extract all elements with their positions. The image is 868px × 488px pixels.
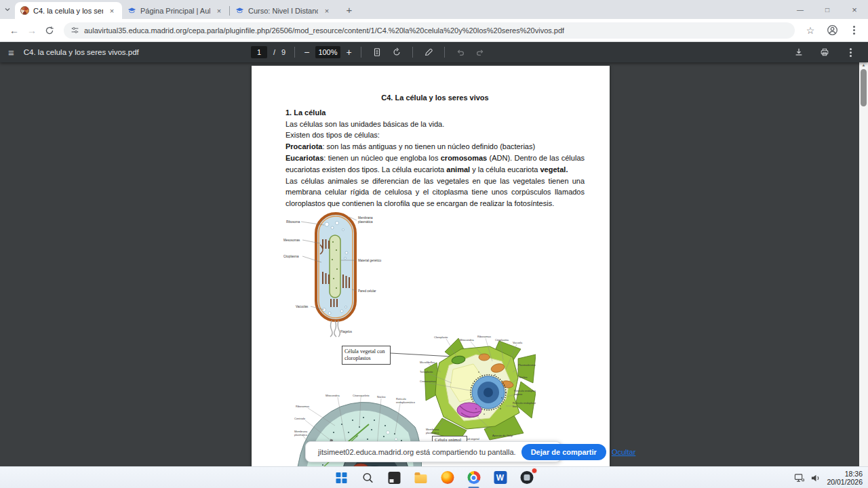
download-button[interactable] xyxy=(792,45,806,59)
graduation-cap-icon xyxy=(235,6,244,15)
taskbar-app-dark[interactable] xyxy=(386,469,403,487)
scroll-up-arrow[interactable]: ▲ xyxy=(859,63,868,67)
pdf-menu-button[interactable]: ≡ xyxy=(8,47,14,58)
firefox-button[interactable] xyxy=(439,469,456,487)
zoom-out-button[interactable]: − xyxy=(304,47,309,58)
divider xyxy=(361,47,361,58)
annotate-button[interactable] xyxy=(422,45,435,59)
tab-pdf[interactable]: C4. la celula y los seres vivos.pdf × xyxy=(15,2,122,19)
chrome-button[interactable] xyxy=(465,469,483,487)
undo-button[interactable] xyxy=(454,45,467,59)
speaker-icon[interactable] xyxy=(810,473,821,483)
paragraph: Existen dos tipos de células: xyxy=(285,129,585,141)
file-explorer-button[interactable] xyxy=(412,469,430,487)
animal-label: Ribosomas xyxy=(296,405,309,408)
plant-label: Tonoplasto xyxy=(420,370,433,373)
clock-time: 18:36 xyxy=(827,470,863,478)
document-title: C4. La célula y los seres vivos xyxy=(285,92,585,104)
zoom-level-input[interactable]: 100% xyxy=(315,46,340,58)
plant-label: Mitocondria xyxy=(460,338,474,342)
zoom-in-button[interactable]: + xyxy=(347,47,352,58)
page-number-input[interactable]: 1 xyxy=(251,46,267,58)
animal-label: Mitocondria xyxy=(326,394,340,397)
pdf-page-1: C4. La célula y los seres vivos 1. La cé… xyxy=(252,66,610,466)
bacteria-label: Membrana xyxy=(358,216,373,220)
scrollbar-thumb[interactable] xyxy=(861,69,867,106)
fit-page-icon xyxy=(372,47,382,57)
paragraph: Las células son las unidades básicas de … xyxy=(285,119,585,130)
bacteria-cell-diagram: Ribosoma Mesosomas Citoplasma Vacuolas M… xyxy=(282,209,387,338)
undo-icon xyxy=(456,47,465,57)
back-button[interactable]: ← xyxy=(5,22,23,39)
window-minimize-button[interactable]: — xyxy=(787,0,814,19)
clock-date: 20/01/2026 xyxy=(827,478,863,486)
plant-label: Citoplasma xyxy=(495,338,509,342)
bacteria-label: Ribosoma xyxy=(286,220,300,224)
network-icon[interactable] xyxy=(794,473,804,483)
tab-curso[interactable]: Curso: Nivel I Distancia | AulaVi × xyxy=(230,2,337,19)
word-button[interactable]: W xyxy=(492,469,509,487)
dark-app-icon xyxy=(389,472,401,484)
chevron-down-icon xyxy=(3,5,12,14)
taskbar-search-button[interactable] xyxy=(359,469,377,487)
animal-label: endoplasmático xyxy=(396,401,416,404)
tab-close-icon[interactable]: × xyxy=(214,6,224,16)
bacteria-label: Material genético xyxy=(358,259,382,262)
plant-label: liso xyxy=(513,405,517,408)
tab-title: C4. la celula y los seres vivos.pdf xyxy=(33,7,103,15)
rotate-icon xyxy=(392,47,401,57)
tab-title: Curso: Nivel I Distancia | AulaVi xyxy=(248,7,318,15)
windows-logo-icon xyxy=(336,472,347,483)
hide-share-bar-link[interactable]: Ocultar xyxy=(612,448,635,456)
profile-avatar-icon xyxy=(827,24,838,36)
browser-menu-button[interactable] xyxy=(845,22,863,39)
forward-button[interactable]: → xyxy=(23,22,41,39)
bacteria-label: Pared celular xyxy=(358,289,376,293)
bookmark-star-button[interactable]: ☆ xyxy=(802,22,819,39)
redo-button[interactable] xyxy=(473,45,487,59)
profile-button[interactable] xyxy=(823,22,841,39)
taskbar-icons: W xyxy=(333,467,536,488)
tab-close-icon[interactable]: × xyxy=(107,6,117,16)
start-button[interactable] xyxy=(333,469,351,487)
fit-page-button[interactable] xyxy=(370,45,384,59)
pdf-viewer: C4. La célula y los seres vivos 1. La cé… xyxy=(0,62,868,466)
plant-label: Ribosomas xyxy=(477,335,491,338)
pdf-controls: 1 / 9 − 100% + xyxy=(251,45,487,59)
pdf-more-button[interactable] xyxy=(844,45,857,59)
camera-app-icon xyxy=(520,471,533,484)
toolbar-right: ☆ xyxy=(802,22,863,39)
tab-aula-principal[interactable]: Página Principal | AulaVirtual × xyxy=(122,2,229,19)
window-maximize-button[interactable]: □ xyxy=(814,0,841,19)
url-text: aulavirtual35.educa.madrid.org/cepa.parl… xyxy=(84,26,564,35)
callout-box: Célula vegetal con cloroplastos xyxy=(342,346,391,365)
notification-badge xyxy=(532,468,538,474)
animal-label: plasmática xyxy=(294,433,308,436)
paragraph: Las células animales se diferencian de l… xyxy=(285,176,585,209)
paragraph: Eucariotas: tienen un núcleo que engloba… xyxy=(285,152,585,176)
educamadrid-favicon-icon xyxy=(20,6,29,15)
meeting-app-button[interactable] xyxy=(518,469,536,487)
chrome-icon xyxy=(467,471,480,484)
plant-label: Cloroplasto xyxy=(434,336,448,339)
plant-label: Vacuola xyxy=(513,341,523,344)
download-icon xyxy=(794,47,804,57)
reload-button[interactable] xyxy=(41,22,58,39)
tab-search-button[interactable] xyxy=(0,0,15,19)
plant-label: rugoso xyxy=(514,392,523,396)
stop-sharing-button[interactable]: Dejar de compartir xyxy=(521,444,606,460)
scrollbar[interactable]: ▲ xyxy=(859,62,868,466)
divider xyxy=(444,47,445,58)
print-icon xyxy=(820,47,829,57)
print-button[interactable] xyxy=(818,45,831,59)
tab-close-icon[interactable]: × xyxy=(322,6,332,16)
window-close-button[interactable]: × xyxy=(841,0,868,19)
section-heading: 1. La célula xyxy=(285,107,585,119)
callout-line1: Célula vegetal con xyxy=(344,348,388,355)
new-tab-button[interactable]: + xyxy=(341,1,357,18)
divider xyxy=(294,47,295,58)
share-message: jitsimeet02.educa.madrid.org está compar… xyxy=(318,448,516,456)
rotate-button[interactable] xyxy=(390,45,403,59)
address-bar[interactable]: aulavirtual35.educa.madrid.org/cepa.parl… xyxy=(64,22,795,39)
taskbar-clock[interactable]: 18:36 20/01/2026 xyxy=(827,470,863,486)
